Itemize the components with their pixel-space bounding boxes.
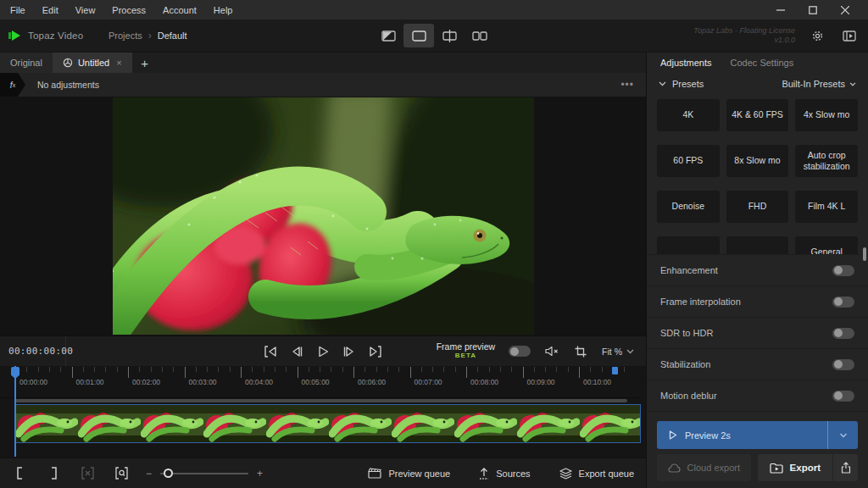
timeline-scrollbar[interactable] [15,399,627,402]
upload-icon [479,468,489,480]
zoom-slider-track[interactable] [160,473,248,474]
ruler-tick: 00:07:00 [410,366,467,391]
presets-scroll-area[interactable]: 4K 4K & 60 FPS 4x Slow mo 60 FPS 8x Slow… [647,95,868,254]
tab-close-icon[interactable]: × [116,58,121,68]
tab-original[interactable]: Original [0,53,53,73]
preview-queue-button[interactable]: Preview queue [368,468,450,479]
filmstrip-frame [78,405,141,442]
motion-deblur-toggle[interactable] [832,391,854,402]
toggle-row-stabilization: Stabilization [647,348,868,380]
preset-4k[interactable]: 4K [657,99,720,131]
sources-button[interactable]: Sources [479,468,530,480]
fx-icon[interactable]: fx [0,73,25,97]
view-mode-single-icon[interactable] [403,24,434,47]
tab-adjustments[interactable]: Adjustments [660,58,712,68]
playhead[interactable] [14,366,16,457]
export-queue-button[interactable]: Export queue [559,468,634,480]
preset-8x-slow-mo[interactable]: 8x Slow mo [726,145,789,177]
built-in-presets-dropdown[interactable]: Built-In Presets [782,79,856,89]
timeline-end-marker[interactable] [612,367,618,374]
view-mode-split-icon[interactable] [434,24,465,47]
frame-preview-toggle[interactable] [509,346,531,357]
preset-4x-slow-mo[interactable]: 4x Slow mo [795,99,858,131]
video-preview[interactable] [0,97,646,336]
view-mode-side-by-side-icon[interactable] [465,24,495,47]
preview-2s-button[interactable]: Preview 2s [657,421,858,449]
breadcrumb: Projects › Default [108,30,187,42]
timeline-ruler[interactable]: 00:00:00 00:01:00 00:02:00 00:03:00 00:0… [0,366,640,398]
skip-to-start-icon[interactable] [263,344,278,359]
filmstrip[interactable] [15,405,640,442]
preset-auto-crop-stabilization[interactable]: Auto crop stabilization [795,145,858,177]
export-actions: Preview 2s Cloud export Export [647,411,868,488]
ruler-tick: 00:02:00 [128,366,185,391]
more-options-icon[interactable]: ••• [620,79,634,91]
preview-2s-label: Preview 2s [685,430,731,441]
right-panel: Adjustments Codec Settings Presets Built… [646,53,868,488]
mute-icon[interactable] [544,344,559,359]
panel-scrollbar[interactable] [863,247,866,261]
preset-partial[interactable] [726,236,789,254]
trim-out-icon[interactable] [46,466,61,481]
gear-icon[interactable] [807,25,827,46]
toggle-row-motion-deblur: Motion deblur [647,380,868,411]
toggle-right-panel-icon[interactable] [839,25,860,46]
enhancement-toggle[interactable] [832,265,854,276]
tab-codec-settings[interactable]: Codec Settings [731,58,794,68]
preset-general[interactable]: General [795,236,858,254]
preset-partial[interactable] [657,236,720,254]
tab-untitled[interactable]: Untitled × [53,53,132,73]
view-mode-compare-icon[interactable] [373,24,403,47]
presets-title[interactable]: Presets [672,79,704,89]
menu-view[interactable]: View [67,0,104,19]
maximize-icon[interactable] [797,0,829,19]
new-tab-button[interactable]: + [132,53,158,73]
transport-bar: 00:00:00:00 Frame preview BETA [0,336,646,366]
zoom-slider-knob[interactable] [164,469,173,478]
timeline-zoom-slider[interactable]: − + [146,468,263,480]
menu-help[interactable]: Help [205,0,242,19]
cloud-export-button[interactable]: Cloud export [657,454,751,481]
zoom-to-selection-icon[interactable] [114,466,129,481]
close-icon[interactable] [829,0,861,19]
next-frame-icon[interactable] [342,344,357,359]
preset-4k-60fps[interactable]: 4K & 60 FPS [726,99,789,131]
bottom-toolbar: − + Preview queue Sources Expor [0,458,646,488]
breadcrumb-projects[interactable]: Projects [108,30,142,41]
preview-options-dropdown[interactable] [827,421,858,449]
menu-process[interactable]: Process [103,0,154,19]
adjustments-status: No adjustments [37,80,99,90]
timeline: 00:00:00 00:01:00 00:02:00 00:03:00 00:0… [0,366,646,458]
folder-play-icon [770,463,783,474]
preset-denoise[interactable]: Denoise [657,191,720,223]
chevron-down-icon[interactable] [659,81,666,86]
zoom-in-icon[interactable]: + [257,468,263,480]
menu-file[interactable]: File [7,0,34,19]
timecode-box: 00:00:00:00 [0,336,66,366]
cloud-icon [668,463,681,473]
share-icon[interactable] [832,454,858,481]
skip-to-end-icon[interactable] [368,344,383,359]
play-icon[interactable] [315,344,331,359]
zoom-out-icon[interactable]: − [146,468,152,480]
preview-2s-main[interactable]: Preview 2s [657,430,827,441]
menu-account[interactable]: Account [154,0,205,19]
toggle-row-frame-interpolation: Frame interpolation [647,286,868,317]
preset-film-4k-l[interactable]: Film 4K L [795,191,858,223]
sdr-to-hdr-label: SDR to HDR [660,328,713,338]
preset-60fps[interactable]: 60 FPS [657,145,720,177]
zoom-fit-dropdown[interactable]: Fit % [602,347,634,357]
sdr-to-hdr-toggle[interactable] [832,328,854,339]
trim-in-icon[interactable] [12,466,27,481]
frame-interpolation-toggle[interactable] [832,297,854,308]
export-button[interactable]: Export [758,454,832,481]
crop-icon[interactable] [573,344,588,359]
previous-frame-icon[interactable] [289,344,304,359]
minimize-icon[interactable] [765,0,797,19]
menu-edit[interactable]: Edit [34,0,67,19]
preset-fhd[interactable]: FHD [726,191,789,223]
filmstrip-frame [203,405,266,442]
filmstrip-frame [15,405,78,442]
enhancement-label: Enhancement [660,265,718,275]
stabilization-toggle[interactable] [832,359,854,370]
